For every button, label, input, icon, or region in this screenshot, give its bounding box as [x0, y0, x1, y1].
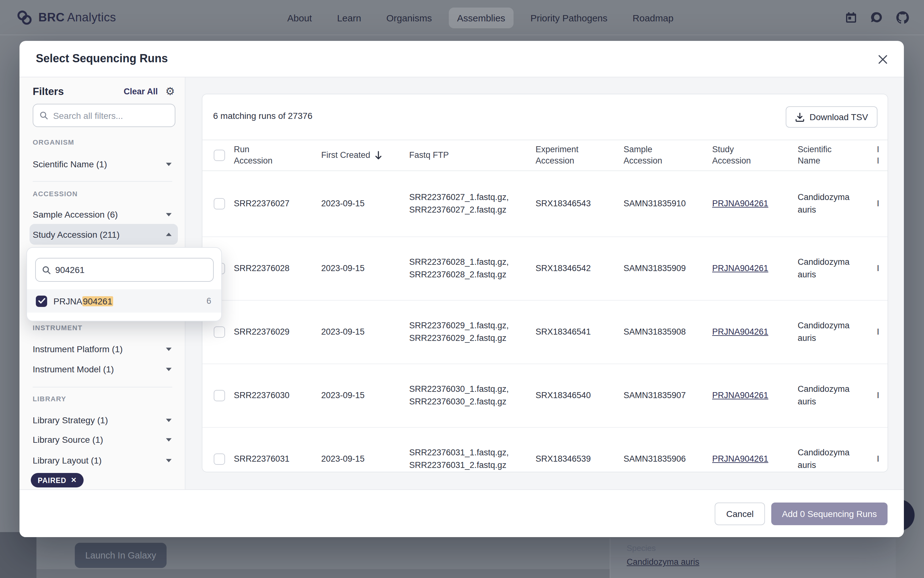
row-checkbox[interactable] [214, 326, 225, 338]
group-label-instrument: INSTRUMENT [33, 324, 83, 331]
first-created: 2023-09-15 [321, 364, 393, 427]
filter-instrument-platform[interactable]: Instrument Platform (1) [29, 338, 178, 359]
filter-search-input[interactable] [53, 110, 168, 120]
filter-library-strategy[interactable]: Library Strategy (1) [29, 409, 178, 430]
background-panel-edge [0, 532, 36, 578]
study-accession-dropdown: PRJNA904261 6 [26, 247, 222, 321]
clipped-cell: I [877, 428, 888, 472]
fastq-ftp: SRR22376030_1.fastq.gz,SRR22376030_2.fas… [409, 383, 509, 409]
chevron-down-icon [166, 367, 172, 371]
modal-title: Select Sequencing Runs [36, 52, 168, 65]
row-checkbox[interactable] [214, 390, 225, 401]
species-link[interactable]: Candidozyma auris [627, 557, 699, 567]
chip-remove-icon[interactable]: ✕ [71, 477, 77, 484]
paired-filter-chip[interactable]: PAIRED ✕ [31, 473, 84, 487]
scientific-name: Candidozyma auris [798, 428, 862, 472]
nav-priority-pathogens[interactable]: Priority Pathogens [522, 7, 616, 28]
checkbox-checked[interactable] [36, 295, 47, 307]
results-table-card: 6 matching runs of 27376 Download TSV Ru… [202, 94, 888, 472]
study-accession-link[interactable]: PRJNA904261 [712, 262, 769, 275]
divider [33, 387, 172, 387]
table-header-row: Run Accession First Created Fastq FTP Ex… [202, 140, 888, 171]
add-sequencing-runs-button[interactable]: Add 0 Sequencing Runs [771, 502, 888, 525]
run-accession: SRR22376027 [234, 171, 306, 237]
chevron-down-icon [166, 347, 172, 351]
clipped-cell: I [877, 364, 888, 427]
scientific-name: Candidozyma auris [798, 171, 862, 237]
filter-scientific-name[interactable]: Scientific Name (1) [29, 153, 178, 174]
download-tsv-button[interactable]: Download TSV [786, 106, 877, 128]
brc-analytics-logo[interactable]: BRCAnalytics [16, 0, 116, 35]
table-toolbar: 6 matching runs of 27376 Download TSV [202, 94, 888, 140]
nav-links: About Learn Organisms Assemblies Priorit… [279, 0, 682, 35]
row-checkbox[interactable] [214, 453, 225, 465]
column-sample-accession: Sample Accession [623, 140, 681, 170]
column-fastq-ftp: Fastq FTP [409, 140, 529, 170]
experiment-accession: SRX18346542 [536, 237, 611, 300]
column-experiment-accession: Experiment Accession [536, 140, 593, 170]
fastq-ftp: SRR22376027_1.fastq.gz,SRR22376027_2.fas… [409, 191, 509, 217]
nav-organisms[interactable]: Organisms [378, 7, 440, 28]
clear-all-button[interactable]: Clear All [123, 86, 158, 96]
chevron-down-icon [166, 162, 172, 166]
filters-sidebar: Filters Clear All ⚙ ORGANISM Scientific … [19, 77, 185, 489]
sample-accession: SAMN31835907 [623, 364, 699, 427]
nav-icon-group [845, 0, 909, 35]
sample-accession: SAMN31835909 [623, 237, 699, 300]
brand-rings-icon [16, 10, 33, 26]
study-accession-link[interactable]: PRJNA904261 [712, 389, 769, 402]
launch-in-galaxy-button[interactable]: Launch In Galaxy [75, 543, 167, 568]
filter-sample-accession[interactable]: Sample Accession (6) [29, 204, 178, 224]
select-sequencing-runs-modal: Select Sequencing Runs Filters Clear All… [19, 41, 904, 537]
column-clipped: II [877, 140, 888, 170]
dropdown-option-prjna904261[interactable]: PRJNA904261 6 [27, 289, 221, 313]
dropdown-search-input[interactable] [55, 265, 207, 275]
sample-accession: SAMN31835908 [623, 300, 699, 364]
scientific-name: Candidozyma auris [798, 364, 862, 427]
first-created: 2023-09-15 [321, 300, 393, 364]
gear-icon[interactable]: ⚙ [165, 86, 176, 97]
fastq-ftp: SRR22376031_1.fastq.gz,SRR22376031_2.fas… [409, 446, 509, 472]
github-icon[interactable] [896, 11, 909, 24]
select-all-checkbox[interactable] [214, 150, 225, 161]
cancel-button[interactable]: Cancel [715, 502, 765, 525]
modal-header: Select Sequencing Runs [19, 41, 904, 77]
nav-learn[interactable]: Learn [329, 7, 369, 28]
results-area: 6 matching runs of 27376 Download TSV Ru… [185, 77, 904, 489]
run-accession: SRR22376029 [234, 300, 306, 364]
filter-library-source[interactable]: Library Source (1) [29, 429, 178, 450]
calendar-icon[interactable] [845, 11, 858, 24]
chat-icon[interactable] [871, 11, 883, 24]
filter-library-layout[interactable]: Library Layout (1) [29, 450, 178, 471]
chevron-down-icon [166, 418, 172, 422]
clipped-cell: I [877, 237, 888, 300]
study-accession-link[interactable]: PRJNA904261 [712, 198, 769, 210]
filter-instrument-model[interactable]: Instrument Model (1) [29, 359, 178, 379]
background-strip [36, 569, 610, 578]
column-scientific-name: Scientific Name [798, 140, 856, 170]
row-checkbox[interactable] [214, 198, 225, 209]
chevron-up-icon [166, 232, 172, 236]
study-accession-link[interactable]: PRJNA904261 [712, 326, 769, 339]
nav-about[interactable]: About [279, 7, 320, 28]
download-icon [795, 112, 804, 122]
first-created: 2023-09-15 [321, 171, 393, 237]
column-run-accession: Run Accession [234, 140, 284, 170]
study-accession-link[interactable]: PRJNA904261 [712, 453, 769, 466]
filter-study-accession[interactable]: Study Accession (211) [29, 224, 178, 245]
experiment-accession: SRX18346543 [536, 171, 611, 237]
close-icon[interactable] [875, 52, 890, 67]
divider [33, 181, 172, 182]
table-row: SRR22376030 2023-09-15 SRR22376030_1.fas… [202, 364, 888, 427]
scientific-name: Candidozyma auris [798, 237, 862, 300]
nav-assemblies[interactable]: Assemblies [449, 7, 513, 28]
experiment-accession: SRX18346541 [536, 300, 611, 364]
search-icon [42, 265, 51, 274]
group-label-accession: ACCESSION [33, 190, 78, 198]
clipped-cell: I [877, 300, 888, 364]
column-first-created[interactable]: First Created [321, 140, 393, 170]
first-created: 2023-09-15 [321, 237, 393, 300]
modal-footer: Cancel Add 0 Sequencing Runs [19, 489, 904, 537]
nav-roadmap[interactable]: Roadmap [625, 7, 682, 28]
run-accession: SRR22376031 [234, 428, 306, 472]
